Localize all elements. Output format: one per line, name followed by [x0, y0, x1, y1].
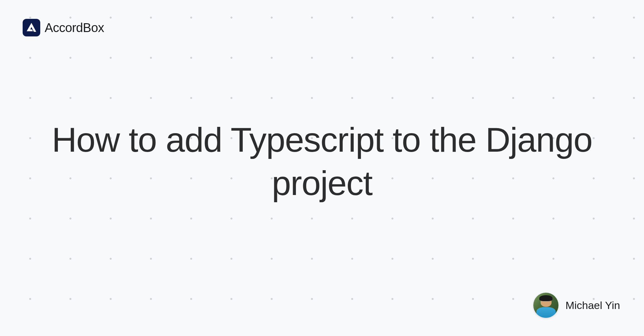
brand-logo-icon — [23, 19, 40, 36]
author-avatar — [533, 293, 558, 318]
author-name: Michael Yin — [565, 299, 620, 312]
brand-name: AccordBox — [45, 21, 104, 35]
brand-logo: AccordBox — [23, 19, 104, 36]
article-title: How to add Typescript to the Django proj… — [32, 118, 612, 204]
author-byline: Michael Yin — [533, 293, 620, 318]
